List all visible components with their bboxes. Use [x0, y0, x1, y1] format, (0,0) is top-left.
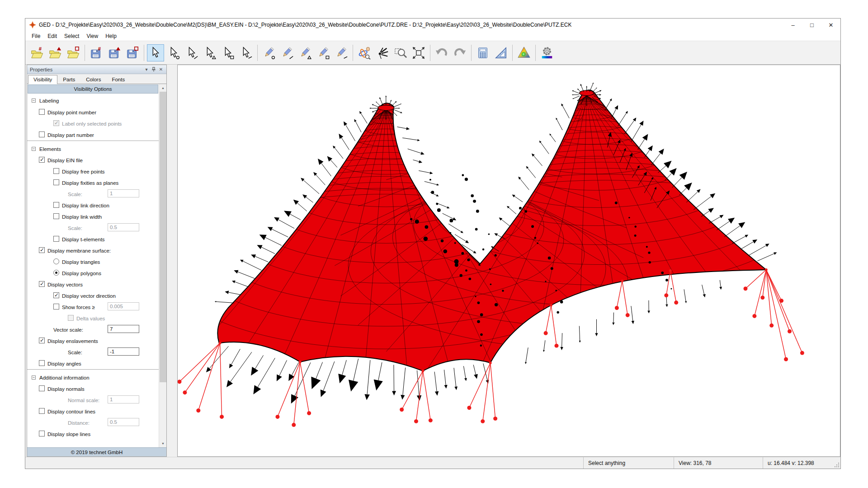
- check-display-vectors[interactable]: Display vectors: [27, 279, 159, 290]
- check-show-forces[interactable]: Show forces ≥0.005: [27, 301, 159, 313]
- toolbar-save-eck-file[interactable]: [124, 44, 141, 61]
- checkbox[interactable]: [39, 109, 45, 115]
- radio-button[interactable]: [53, 270, 59, 276]
- toolbar-select-lines-tool[interactable]: [183, 44, 200, 61]
- value-field[interactable]: 0.5: [108, 223, 139, 231]
- field-scale[interactable]: Scale:0.5: [27, 222, 159, 234]
- checkbox[interactable]: [53, 213, 59, 219]
- tab-parts[interactable]: Parts: [57, 75, 80, 84]
- group-elements[interactable]: −Elements: [27, 141, 159, 155]
- radio-display-triangles[interactable]: Display triangles: [27, 256, 159, 267]
- panel-pin-icon[interactable]: [150, 66, 157, 73]
- tab-colors[interactable]: Colors: [80, 75, 106, 84]
- toolbar-draw-free-tool[interactable]: [333, 44, 350, 61]
- collapse-icon[interactable]: −: [32, 99, 36, 103]
- toolbar-redo-button[interactable]: [451, 44, 468, 61]
- checkbox[interactable]: [53, 179, 59, 185]
- menu-select[interactable]: Select: [61, 32, 83, 40]
- viewport-canvas[interactable]: [177, 65, 840, 457]
- toolbar-select-tool[interactable]: [147, 44, 164, 61]
- toolbar-select-triangles-tool[interactable]: [201, 44, 218, 61]
- toolbar-measure-button[interactable]: [492, 44, 509, 61]
- panel-collapse-icon[interactable]: ▾: [143, 66, 150, 73]
- checkbox[interactable]: [68, 315, 74, 321]
- toolbar-undo-button[interactable]: [433, 44, 450, 61]
- checkbox[interactable]: [39, 281, 45, 287]
- toolbar-orbit-view-tool[interactable]: [356, 44, 373, 61]
- check-display-contour-lines[interactable]: Display contour lines: [27, 406, 159, 417]
- tab-fonts[interactable]: Fonts: [106, 75, 130, 84]
- field-vector-scale[interactable]: Vector scale:7: [27, 324, 159, 335]
- check-display-normals[interactable]: Display normals: [27, 383, 159, 394]
- field-scale[interactable]: Scale:1: [27, 188, 159, 200]
- value-field[interactable]: 1: [108, 189, 139, 197]
- check-display-membrane-surface[interactable]: Display membrane surface:: [27, 245, 159, 256]
- check-display-free-points[interactable]: Display free points: [27, 166, 159, 177]
- check-display-point-number[interactable]: Display point number: [27, 107, 159, 118]
- minimize-button[interactable]: –: [783, 19, 802, 31]
- toolbar-draw-line-tool[interactable]: [278, 44, 296, 61]
- tab-visibility[interactable]: Visibility: [28, 75, 57, 84]
- field-scale[interactable]: Scale:-1: [27, 347, 159, 358]
- panel-scrollbar[interactable]: ▲ ▼: [159, 84, 166, 447]
- checkbox[interactable]: [39, 360, 45, 366]
- check-display-vector-direction[interactable]: Display vector direction: [27, 290, 159, 301]
- toolbar-draw-square-tool[interactable]: [315, 44, 332, 61]
- toolbar-calculator-button[interactable]: [474, 44, 491, 61]
- checkbox[interactable]: [39, 131, 45, 137]
- maximize-button[interactable]: □: [802, 19, 821, 31]
- check-display-link-width[interactable]: Display link width: [27, 211, 159, 222]
- check-display-enslavements[interactable]: Display enslavements: [27, 335, 159, 347]
- checkbox[interactable]: [53, 304, 59, 310]
- field-normal-scale[interactable]: Normal scale:1: [27, 394, 159, 406]
- radio-button[interactable]: [53, 258, 59, 264]
- group-additional-information[interactable]: −Additional information: [27, 369, 159, 383]
- toolbar-mesh-button[interactable]: [515, 44, 533, 61]
- toolbar-open-dre-file[interactable]: [47, 44, 64, 61]
- collapse-icon[interactable]: −: [32, 147, 36, 151]
- toolbar-select-points-tool[interactable]: [165, 44, 182, 61]
- field-distance[interactable]: Distance:0.5: [27, 417, 159, 428]
- check-display-ein-file[interactable]: Display EIN file: [27, 155, 159, 166]
- checkbox[interactable]: [53, 236, 59, 242]
- value-field[interactable]: 0.005: [108, 302, 139, 310]
- check-display-fixities-as-planes[interactable]: Display fixities as planes: [27, 177, 159, 188]
- checkbox[interactable]: [39, 431, 45, 436]
- scrollbar-up-icon[interactable]: ▲: [159, 84, 166, 92]
- collapse-icon[interactable]: −: [32, 375, 36, 380]
- checkbox[interactable]: [39, 157, 45, 163]
- menu-file[interactable]: File: [28, 32, 44, 40]
- resize-grip[interactable]: [834, 462, 840, 468]
- check-display-slope-lines[interactable]: Display slope lines: [27, 428, 159, 440]
- close-button[interactable]: ✕: [821, 19, 840, 31]
- value-field[interactable]: -1: [108, 347, 139, 356]
- toolbar-draw-point-tool[interactable]: [260, 44, 278, 61]
- menu-view[interactable]: View: [83, 32, 102, 40]
- toolbar-select-free-tool[interactable]: [237, 44, 255, 61]
- toolbar-open-ein-file[interactable]: #: [28, 44, 46, 61]
- toolbar-save-dre-file[interactable]: [106, 44, 123, 61]
- check-display-part-number[interactable]: Display part number: [27, 129, 159, 141]
- checkbox[interactable]: [39, 247, 45, 253]
- radio-display-polygons[interactable]: Display polygons: [27, 267, 159, 279]
- toolbar-zoom-window-tool[interactable]: [392, 44, 409, 61]
- toolbar-open-eck-file[interactable]: [65, 44, 82, 61]
- checkbox[interactable]: [53, 120, 59, 126]
- check-delta-values[interactable]: Delta values: [27, 313, 159, 324]
- scrollbar-thumb[interactable]: [160, 92, 166, 382]
- toolbar-draw-triangle-tool[interactable]: [297, 44, 314, 61]
- toolbar-save-ein-file[interactable]: #: [88, 44, 105, 61]
- checkbox[interactable]: [53, 202, 59, 208]
- toolbar-select-squares-tool[interactable]: [219, 44, 236, 61]
- group-labeling[interactable]: −Labeling: [27, 95, 159, 107]
- scrollbar-down-icon[interactable]: ▼: [159, 440, 166, 447]
- value-field[interactable]: 7: [108, 325, 139, 333]
- checkbox[interactable]: [39, 408, 45, 414]
- check-label-only-selected-points[interactable]: Label only selected points: [27, 118, 159, 129]
- toolbar-settings-button[interactable]: [538, 44, 556, 61]
- toolbar-rays-tool[interactable]: [374, 44, 391, 61]
- checkbox[interactable]: [39, 385, 45, 391]
- check-display-angles[interactable]: Display angles: [27, 358, 159, 369]
- checkbox[interactable]: [39, 338, 45, 343]
- check-display-t-elements[interactable]: Display t-elements: [27, 234, 159, 245]
